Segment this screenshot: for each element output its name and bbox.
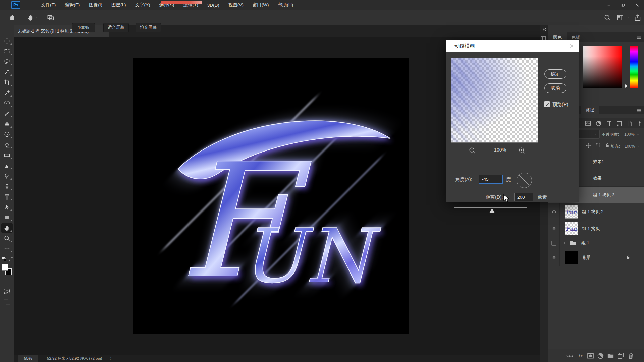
- eye-icon[interactable]: [551, 255, 557, 260]
- adjustment-layer-icon[interactable]: [597, 352, 604, 360]
- collapse-panels-icon[interactable]: [541, 27, 547, 32]
- cancel-button[interactable]: 取消: [544, 83, 566, 93]
- smudge-tool[interactable]: [1, 161, 13, 170]
- menu-help[interactable]: 帮助(H): [278, 2, 293, 8]
- panel-menu-icon[interactable]: [636, 35, 642, 40]
- history-brush-tool[interactable]: [1, 130, 13, 139]
- eye-icon[interactable]: [551, 226, 557, 231]
- zoom-in-icon[interactable]: [518, 147, 526, 154]
- lock-position-icon[interactable]: [586, 142, 592, 148]
- preview-checkbox[interactable]: [544, 101, 550, 107]
- restore-button[interactable]: [616, 0, 630, 10]
- link-layers-icon[interactable]: [566, 352, 574, 360]
- menu-view[interactable]: 视图(V): [228, 2, 244, 8]
- layer-thumbnail[interactable]: Fun: [565, 205, 578, 219]
- close-dialog-icon[interactable]: [569, 43, 574, 49]
- share-icon[interactable]: [634, 14, 641, 21]
- filter-toggle-icon[interactable]: [636, 120, 643, 127]
- opacity-value[interactable]: 100%: [622, 130, 640, 139]
- visibility-cell[interactable]: [548, 237, 560, 249]
- magic-wand-tool[interactable]: [1, 67, 13, 77]
- eye-empty-box[interactable]: [551, 241, 556, 246]
- fill-screen-button[interactable]: 填充屏幕: [136, 23, 161, 32]
- add-mask-icon[interactable]: [587, 352, 594, 360]
- menu-edit[interactable]: 编辑(E): [65, 2, 80, 8]
- chevron-right-icon[interactable]: [562, 241, 567, 245]
- menu-window[interactable]: 窗口(W): [253, 2, 269, 8]
- angle-dial[interactable]: [517, 173, 532, 188]
- gradient-tool[interactable]: [1, 150, 13, 160]
- new-group-icon[interactable]: [607, 352, 614, 360]
- layer-thumbnail[interactable]: [569, 239, 577, 247]
- close-window-button[interactable]: [630, 0, 644, 10]
- lasso-tool[interactable]: [1, 57, 13, 66]
- distance-slider-thumb[interactable]: [489, 208, 495, 213]
- dialog-title[interactable]: 动感模糊: [446, 40, 579, 52]
- layer-thumbnail[interactable]: [565, 251, 578, 264]
- menu-3d[interactable]: 3D(D): [207, 3, 219, 8]
- layer-row-group1-copy2[interactable]: Fun 组 1 拷贝 2: [548, 203, 644, 220]
- filter-type-layers-icon[interactable]: [606, 120, 613, 127]
- crop-tool[interactable]: [1, 78, 13, 87]
- marquee-tool[interactable]: [1, 47, 13, 56]
- brush-tool[interactable]: [1, 109, 13, 118]
- fit-screen-button[interactable]: 适合屏幕: [103, 23, 129, 32]
- status-zoom-level[interactable]: 55%: [18, 355, 38, 362]
- filter-smart-objects-icon[interactable]: [626, 120, 633, 127]
- clone-stamp-tool[interactable]: [1, 119, 13, 129]
- screen-mode-icon[interactable]: [3, 298, 11, 306]
- panel-menu-icon[interactable]: [636, 107, 642, 113]
- chevron-down-icon[interactable]: [36, 16, 39, 19]
- menu-type[interactable]: 文字(Y): [135, 2, 150, 8]
- workspace-icon[interactable]: [616, 14, 624, 21]
- hue-strip[interactable]: [630, 46, 638, 88]
- hue-pointer[interactable]: [625, 84, 628, 88]
- tab-paths[interactable]: 路径: [581, 106, 599, 114]
- status-options-chevron[interactable]: 〉: [110, 356, 114, 361]
- layer-row-group1-copy[interactable]: Fun 组 1 拷贝: [548, 220, 644, 237]
- dodge-tool[interactable]: [1, 171, 13, 181]
- lock-artboard-icon[interactable]: [595, 142, 601, 148]
- close-tab-icon[interactable]: [96, 29, 100, 33]
- shape-tool[interactable]: [1, 213, 13, 222]
- new-layer-icon[interactable]: [617, 352, 625, 360]
- type-tool[interactable]: [1, 192, 13, 201]
- layer-style-icon[interactable]: [577, 352, 584, 360]
- hand-tool-icon[interactable]: [27, 14, 34, 21]
- eyedropper-tool[interactable]: [1, 88, 13, 98]
- visibility-cell[interactable]: [548, 220, 560, 237]
- chevron-down-icon[interactable]: [626, 16, 629, 19]
- angle-input[interactable]: [479, 175, 503, 184]
- layer-row-background[interactable]: 背景: [548, 249, 644, 266]
- quick-mask-icon[interactable]: [3, 288, 11, 295]
- filter-pixel-layers-icon[interactable]: [585, 120, 591, 127]
- move-tool[interactable]: [1, 36, 13, 46]
- layer-thumbnail[interactable]: Fun: [565, 222, 578, 235]
- photoshop-logo[interactable]: Ps: [11, 1, 20, 9]
- eraser-tool[interactable]: [1, 140, 13, 149]
- home-icon[interactable]: [9, 14, 16, 21]
- menu-file[interactable]: 文件(F): [41, 2, 56, 8]
- distance-slider-track[interactable]: [454, 207, 527, 208]
- lock-all-icon[interactable]: [604, 142, 610, 148]
- filter-preview[interactable]: [451, 58, 538, 143]
- fill-value[interactable]: 100%: [623, 142, 639, 151]
- foreground-color-swatch[interactable]: [2, 264, 8, 271]
- visibility-cell[interactable]: [548, 203, 560, 220]
- path-select-tool[interactable]: [1, 202, 13, 212]
- healing-brush-tool[interactable]: [1, 99, 13, 108]
- layer-row-group1[interactable]: 组 1: [548, 237, 644, 249]
- document-artboard[interactable]: F UN: [133, 58, 409, 334]
- pen-tool[interactable]: [1, 182, 13, 191]
- edit-toolbar[interactable]: [1, 244, 13, 253]
- zoom-out-icon[interactable]: [469, 147, 476, 154]
- ok-button[interactable]: 确定: [544, 69, 566, 79]
- menu-layer[interactable]: 图层(L): [111, 2, 126, 8]
- distance-input[interactable]: [514, 193, 533, 201]
- menu-image[interactable]: 图像(I): [89, 2, 102, 8]
- color-saturation-square[interactable]: [583, 46, 622, 88]
- delete-layer-icon[interactable]: [627, 352, 635, 360]
- swap-colors-icon[interactable]: [8, 256, 13, 261]
- eye-icon[interactable]: [551, 209, 557, 214]
- visibility-cell[interactable]: [548, 249, 560, 266]
